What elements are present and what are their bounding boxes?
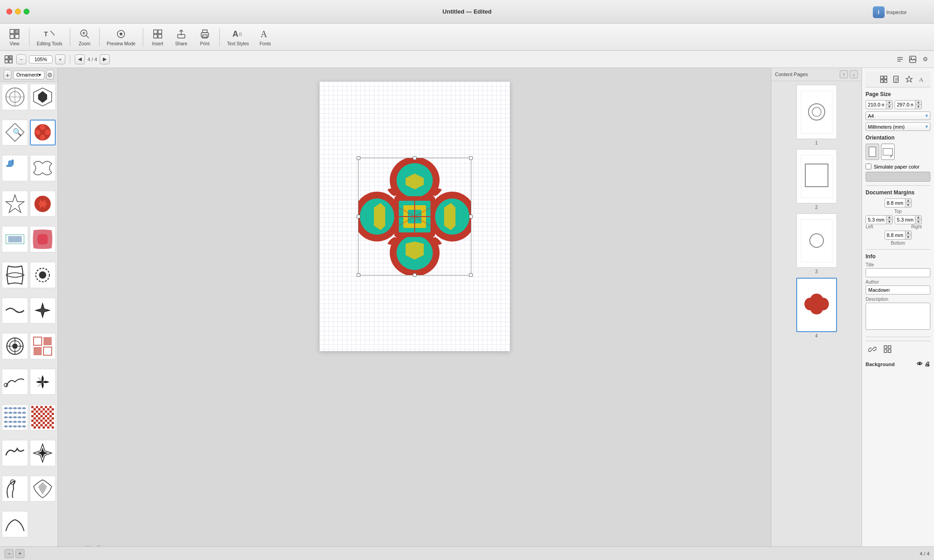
ornament-item[interactable] bbox=[30, 155, 56, 181]
ornament-item[interactable] bbox=[30, 369, 56, 395]
landscape-btn[interactable]: ✓ bbox=[881, 144, 895, 160]
left-up[interactable]: ▲ bbox=[886, 216, 892, 220]
ornament-item[interactable] bbox=[2, 298, 28, 324]
ornament-item[interactable] bbox=[2, 84, 28, 110]
toolbar-share[interactable]: Share bbox=[170, 26, 192, 48]
width-down[interactable]: ▼ bbox=[886, 105, 892, 109]
sim-paper-color-swatch[interactable] bbox=[866, 172, 930, 182]
svg-rect-1 bbox=[15, 29, 19, 34]
bg-eye-icon[interactable]: 👁 bbox=[917, 361, 923, 367]
units-select[interactable]: Millimeters (mm) ▾ bbox=[866, 122, 930, 131]
ornament-item[interactable] bbox=[2, 369, 28, 395]
canvas-area[interactable]: www.MacDown.com bbox=[58, 68, 771, 560]
left-label: Left bbox=[866, 224, 893, 229]
ornament-item[interactable]: 🔍 bbox=[2, 120, 28, 146]
text-styles-icon: Aα bbox=[232, 28, 244, 40]
image-icon[interactable] bbox=[908, 54, 918, 64]
zoom-display[interactable]: 105% bbox=[29, 55, 53, 63]
settings-btn[interactable]: ⚙ bbox=[46, 70, 54, 80]
height-down[interactable]: ▼ bbox=[915, 105, 921, 109]
ornament-item[interactable] bbox=[2, 405, 28, 431]
toolbar-print[interactable]: Print bbox=[194, 26, 216, 48]
toolbar-text-styles[interactable]: Aα Text Styles bbox=[223, 26, 252, 48]
zoom-out-btn[interactable]: − bbox=[16, 54, 26, 64]
inspector-text-icon[interactable]: A bbox=[917, 74, 927, 84]
inspector-grid-icon[interactable] bbox=[881, 344, 895, 356]
ornament-item[interactable] bbox=[2, 155, 28, 181]
ornament-item-selected[interactable] bbox=[30, 120, 56, 146]
ornament-item[interactable] bbox=[30, 405, 56, 431]
width-up[interactable]: ▲ bbox=[886, 101, 892, 105]
grid-view-btn[interactable] bbox=[4, 54, 14, 64]
right-down[interactable]: ▼ bbox=[915, 220, 921, 224]
btm-minus-btn[interactable]: − bbox=[5, 549, 14, 558]
left-down[interactable]: ▼ bbox=[886, 220, 892, 224]
minimize-button[interactable] bbox=[15, 9, 21, 14]
ornament-item[interactable] bbox=[30, 226, 56, 252]
ornament-item[interactable] bbox=[30, 191, 56, 217]
inspector-star-icon[interactable] bbox=[904, 74, 914, 84]
ornament-item[interactable] bbox=[30, 476, 56, 502]
thumb-item-3[interactable]: 3 bbox=[775, 213, 858, 274]
format-icon[interactable] bbox=[895, 54, 905, 64]
author-input[interactable] bbox=[866, 285, 930, 294]
maximize-button[interactable] bbox=[24, 9, 29, 14]
thumb-item-4[interactable]: 4 bbox=[775, 278, 858, 338]
inspector-icon[interactable]: i bbox=[873, 6, 885, 18]
left-margin-input[interactable] bbox=[866, 216, 886, 223]
ornament-item[interactable] bbox=[30, 298, 56, 324]
simulate-paper-color-checkbox[interactable] bbox=[866, 164, 871, 169]
thumb-item-2[interactable]: 2 bbox=[775, 149, 858, 210]
ornament-item[interactable] bbox=[2, 511, 28, 537]
add-item-btn[interactable]: + bbox=[4, 70, 11, 80]
prev-page-btn[interactable]: ◀ bbox=[75, 54, 85, 64]
category-dropdown[interactable]: Ornament ▾ bbox=[13, 71, 44, 79]
inspector-format-icon[interactable] bbox=[879, 74, 889, 84]
toolbar-editing-tools[interactable]: T Editing Tools bbox=[33, 26, 66, 48]
thumbs-up-btn[interactable]: ↑ bbox=[840, 70, 848, 78]
ornament-item[interactable] bbox=[2, 333, 28, 359]
description-textarea[interactable] bbox=[866, 303, 930, 330]
portrait-btn[interactable] bbox=[866, 144, 879, 160]
ornament-item[interactable] bbox=[30, 333, 56, 359]
ornament-item[interactable] bbox=[2, 440, 28, 466]
settings-icon[interactable]: ⚙ bbox=[920, 54, 930, 64]
inspector-link-icon[interactable] bbox=[866, 344, 879, 356]
height-input[interactable] bbox=[895, 101, 915, 108]
ornament-item[interactable] bbox=[2, 476, 28, 502]
btm-plus-btn[interactable]: + bbox=[15, 549, 24, 558]
width-input[interactable] bbox=[866, 101, 886, 108]
top-margin-input[interactable] bbox=[885, 199, 905, 207]
ornament-item[interactable] bbox=[2, 262, 28, 288]
zoom-in-btn[interactable]: + bbox=[55, 54, 65, 64]
height-up[interactable]: ▲ bbox=[915, 101, 921, 105]
fonts-label: Fonts bbox=[260, 41, 271, 46]
thumbs-down-btn[interactable]: ↓ bbox=[850, 70, 858, 78]
bottom-down[interactable]: ▼ bbox=[905, 235, 911, 239]
paper-size-select[interactable]: A4 ▾ bbox=[866, 111, 930, 120]
ornament-item[interactable] bbox=[2, 191, 28, 217]
inspector-doc-icon[interactable] bbox=[891, 74, 901, 84]
toolbar-fonts[interactable]: A Fonts bbox=[254, 26, 276, 48]
toolbar-insert[interactable]: Insert bbox=[147, 26, 169, 48]
thumb-item-1[interactable]: 1 bbox=[775, 85, 858, 145]
top-down[interactable]: ▼ bbox=[905, 203, 911, 207]
title-input[interactable] bbox=[866, 268, 930, 277]
toolbar-preview-mode[interactable]: Preview Mode bbox=[103, 26, 139, 48]
svg-point-51 bbox=[36, 200, 40, 203]
toolbar-zoom[interactable]: Zoom bbox=[74, 26, 96, 48]
ornament-item[interactable] bbox=[30, 84, 56, 110]
top-up[interactable]: ▲ bbox=[905, 199, 911, 203]
next-page-btn[interactable]: ▶ bbox=[100, 54, 110, 64]
ornament-item[interactable] bbox=[2, 226, 28, 252]
bottom-up[interactable]: ▲ bbox=[905, 231, 911, 235]
toolbar-view[interactable]: View bbox=[4, 26, 25, 48]
bottom-margin-input[interactable] bbox=[885, 232, 905, 239]
right-margin-input[interactable] bbox=[895, 216, 915, 223]
ornament-item[interactable] bbox=[30, 440, 56, 466]
close-button[interactable] bbox=[6, 9, 12, 14]
ornament-item[interactable] bbox=[30, 262, 56, 288]
right-up[interactable]: ▲ bbox=[915, 216, 921, 220]
left-margin-group: ▲ ▼ Left bbox=[866, 215, 893, 229]
bg-print-icon[interactable]: 🖨 bbox=[924, 361, 930, 367]
